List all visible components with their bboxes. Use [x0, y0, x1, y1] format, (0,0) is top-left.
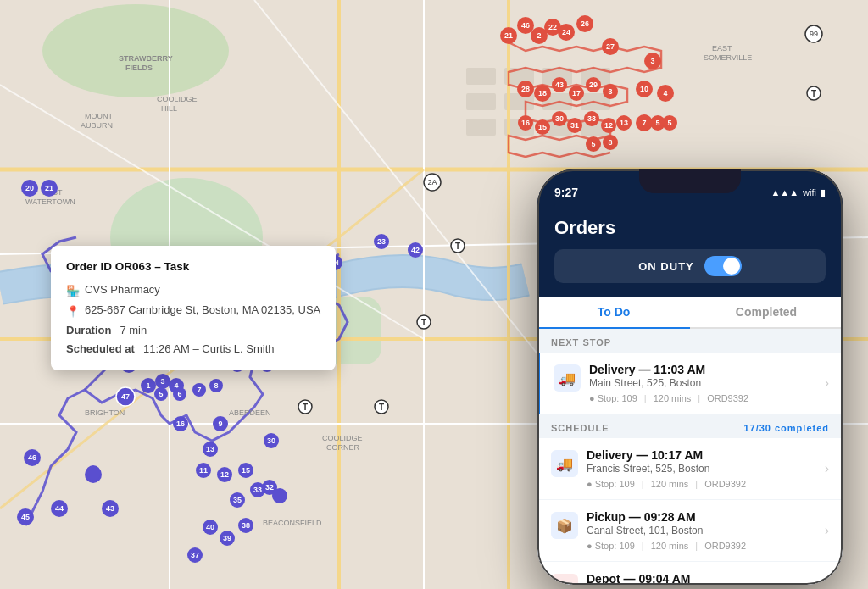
- popup-scheduled-label: Scheduled at: [66, 340, 135, 358]
- next-stop-card[interactable]: 🚚 Delivery — 11:03 AM Main Street, 525, …: [537, 353, 843, 414]
- svg-text:T: T: [421, 318, 426, 327]
- svg-text:30: 30: [555, 114, 564, 123]
- svg-text:AUBURN: AUBURN: [81, 121, 113, 130]
- on-duty-label: ON DUTY: [638, 260, 694, 273]
- app-header: Orders ON DUTY: [537, 207, 843, 297]
- svg-text:10: 10: [640, 85, 648, 93]
- svg-text:5: 5: [667, 119, 671, 127]
- svg-text:33: 33: [587, 114, 596, 123]
- svg-point-116: [272, 488, 287, 503]
- svg-text:23: 23: [377, 237, 386, 246]
- map-popup: Order ID OR063 – Task 🏪 CVS Pharmacy 📍 6…: [51, 246, 336, 370]
- svg-text:45: 45: [21, 513, 30, 521]
- svg-text:13: 13: [206, 445, 214, 453]
- svg-text:COOLIDGE: COOLIDGE: [157, 95, 198, 103]
- svg-text:29: 29: [589, 81, 598, 89]
- svg-text:26: 26: [581, 19, 589, 28]
- svg-text:T: T: [811, 89, 816, 98]
- popup-address-row: 📍 625-667 Cambridge St, Boston, MA 02135…: [66, 301, 320, 321]
- signal-icon: ▲▲▲: [771, 187, 798, 197]
- phone-content: Orders ON DUTY To Do Completed NEXT STOP…: [537, 207, 843, 585]
- svg-text:4: 4: [663, 89, 667, 97]
- svg-text:33: 33: [253, 486, 262, 494]
- order-card-2[interactable]: 🏢 Depot — 09:04 AM Ward Street, 221, Bos…: [537, 562, 843, 585]
- order-card-0[interactable]: 🚚 Delivery — 10:17 AM Francis Street, 52…: [537, 438, 843, 499]
- svg-text:21: 21: [45, 184, 53, 192]
- chevron-0: ›: [825, 461, 829, 476]
- svg-text:ABERDEEN: ABERDEEN: [229, 408, 271, 417]
- order-meta-1: ● Stop: 109 | 120 mins | ORD9392: [587, 541, 816, 551]
- on-duty-bar[interactable]: ON DUTY: [554, 249, 826, 283]
- status-time: 9:27: [554, 186, 578, 199]
- svg-text:BRIGHTON: BRIGHTON: [85, 408, 125, 417]
- svg-text:21: 21: [504, 31, 513, 40]
- order-body-0: Delivery — 10:17 AM Francis Street, 525,…: [587, 448, 816, 489]
- order-address-1: Canal Street, 101, Boston: [587, 525, 816, 536]
- next-stop-stop: ● Stop: 109: [589, 393, 637, 403]
- svg-text:12: 12: [604, 121, 613, 130]
- svg-text:18: 18: [538, 89, 547, 97]
- schedule-label: SCHEDULE: [551, 423, 609, 433]
- battery-icon: ▮: [821, 187, 826, 198]
- svg-text:8: 8: [608, 138, 612, 147]
- svg-text:1: 1: [146, 381, 150, 390]
- svg-text:17: 17: [572, 89, 581, 97]
- svg-text:CORNER: CORNER: [326, 443, 360, 452]
- svg-text:46: 46: [28, 453, 36, 462]
- svg-text:3: 3: [608, 87, 612, 96]
- svg-point-113: [86, 465, 101, 481]
- svg-text:HILL: HILL: [161, 104, 177, 113]
- business-icon: 🏪: [66, 282, 80, 301]
- svg-text:38: 38: [242, 521, 250, 530]
- next-stop-icon: 🚚: [554, 364, 581, 392]
- address-icon: 📍: [66, 303, 80, 321]
- phone-shell: 9:27 ▲▲▲ wifi ▮ Orders ON DUTY To Do Com…: [537, 169, 843, 585]
- svg-text:15: 15: [242, 466, 250, 475]
- chevron-2: ›: [825, 579, 829, 585]
- svg-text:5: 5: [591, 140, 595, 148]
- svg-text:30: 30: [267, 436, 275, 445]
- svg-text:40: 40: [206, 523, 214, 531]
- popup-scheduled-row: Scheduled at 11:26 AM – Curtis L. Smith: [66, 340, 320, 358]
- svg-text:T: T: [303, 403, 308, 412]
- svg-text:32: 32: [265, 483, 274, 492]
- svg-text:43: 43: [106, 504, 114, 513]
- next-stop-title: Delivery — 11:03 AM: [589, 363, 816, 376]
- svg-text:SOMERVILLE: SOMERVILLE: [704, 53, 752, 62]
- tab-todo[interactable]: To Do: [537, 297, 690, 329]
- svg-text:39: 39: [223, 534, 231, 542]
- svg-text:STRAWBERRY: STRAWBERRY: [119, 54, 173, 63]
- order-icon-0: 🚚: [551, 450, 578, 477]
- svg-text:8: 8: [214, 381, 218, 390]
- on-duty-toggle[interactable]: [704, 256, 742, 276]
- popup-business: CVS Pharmacy: [85, 281, 160, 299]
- svg-rect-12: [466, 119, 496, 136]
- svg-text:46: 46: [521, 21, 530, 30]
- svg-text:37: 37: [191, 551, 199, 559]
- order-card-1[interactable]: 📦 Pickup — 09:28 AM Canal Street, 101, B…: [537, 500, 843, 561]
- order-title-1: Pickup — 09:28 AM: [587, 510, 816, 524]
- popup-order-id: Order ID OR063 – Task: [66, 258, 320, 277]
- schedule-badge: 17/30 completed: [743, 423, 829, 433]
- order-meta-0: ● Stop: 109 | 120 mins | ORD9392: [587, 479, 816, 489]
- orders-scroll[interactable]: NEXT STOP 🚚 Delivery — 11:03 AM Main Str…: [537, 329, 843, 585]
- next-stop-address: Main Street, 525, Boston: [589, 377, 816, 389]
- svg-text:BEACONSFIELD: BEACONSFIELD: [263, 519, 322, 527]
- phone-notch: [639, 169, 741, 193]
- tab-completed[interactable]: Completed: [690, 297, 843, 329]
- order-body-1: Pickup — 09:28 AM Canal Street, 101, Bos…: [587, 510, 816, 551]
- next-stop-chevron: ›: [825, 375, 829, 391]
- tabs-bar: To Do Completed: [537, 297, 843, 329]
- svg-text:T: T: [455, 242, 460, 251]
- svg-text:5: 5: [159, 390, 163, 398]
- popup-scheduled-value: 11:26 AM – Curtis L. Smith: [143, 340, 275, 358]
- chevron-1: ›: [825, 523, 829, 538]
- svg-text:35: 35: [233, 496, 242, 504]
- svg-text:T: T: [379, 403, 384, 412]
- svg-text:15: 15: [538, 123, 547, 131]
- svg-text:99: 99: [810, 30, 818, 38]
- svg-text:7: 7: [642, 119, 646, 127]
- svg-text:2A: 2A: [427, 178, 437, 186]
- svg-rect-8: [466, 93, 496, 110]
- svg-text:13: 13: [620, 119, 628, 127]
